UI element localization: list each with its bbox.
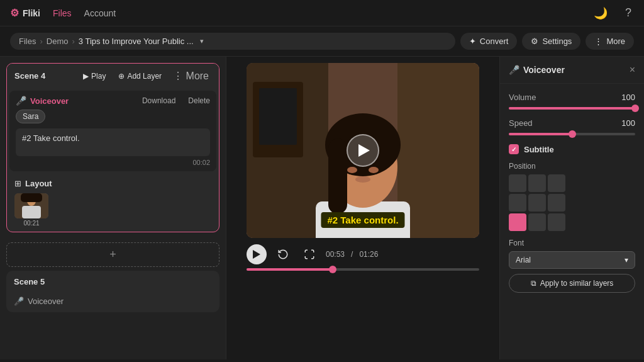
right-panel-title-row: 🎤 Voiceover — [509, 65, 630, 75]
font-selector[interactable]: Arial ▾ — [509, 251, 635, 269]
svg-marker-18 — [253, 250, 260, 259]
scene5-card: Scene 5 🎤 Voiceover — [6, 271, 219, 312]
close-panel-button[interactable]: × — [630, 64, 635, 76]
video-wrapper: #2 Take control. — [247, 63, 479, 238]
more-label: More — [606, 37, 625, 46]
voiceover-header: 🎤 Voiceover Download Delete — [16, 96, 210, 106]
center-panel: #2 Take control. 00:53 / 0 — [226, 57, 499, 359]
microphone-icon: 🎤 — [16, 96, 26, 106]
svg-point-16 — [369, 167, 379, 173]
nav-files[interactable]: Files — [53, 8, 72, 18]
add-layer-button[interactable]: ⊕ Add Layer — [114, 70, 165, 82]
more-button[interactable]: ⋮ More — [586, 33, 634, 50]
speed-thumb[interactable] — [569, 130, 576, 138]
app-logo: ⚙ Fliki — [10, 7, 40, 19]
speed-track[interactable] — [509, 133, 635, 135]
position-cell-5[interactable] — [528, 194, 546, 212]
total-time: 01:26 — [359, 250, 378, 259]
play-triangle-icon — [358, 144, 370, 157]
fullscreen-icon — [304, 249, 315, 260]
font-dropdown-icon: ▾ — [625, 256, 628, 264]
layout-grid-icon: ⊞ — [14, 179, 21, 188]
breadcrumb-bar: Files › Demo › 3 Tips to Improve Your Pu… — [0, 26, 644, 57]
speed-fill — [509, 133, 572, 135]
scene4-more-button[interactable]: ⋮ More — [170, 69, 211, 83]
left-panel: Scene 4 ▶ Play ⊕ Add Layer ⋮ More 🎤 — [0, 57, 226, 359]
scene5-header: Scene 5 — [6, 271, 219, 293]
voice-name-tag[interactable]: Sara — [16, 110, 45, 123]
svg-rect-3 — [22, 206, 41, 218]
current-time: 00:53 — [326, 250, 345, 259]
volume-value: 100 — [621, 93, 635, 102]
apply-similar-layers-button[interactable]: ⧉ Apply to similar layers — [509, 274, 635, 293]
position-cell-8[interactable] — [528, 213, 546, 231]
speed-slider[interactable] — [509, 133, 635, 135]
settings-label: Settings — [542, 37, 572, 46]
settings-icon: ⚙ — [531, 37, 538, 46]
font-name: Arial — [516, 256, 531, 264]
progress-bar-container[interactable] — [247, 268, 479, 271]
play-label: Play — [91, 72, 106, 81]
checkmark-icon: ✓ — [511, 146, 516, 153]
position-cell-2[interactable] — [528, 174, 546, 192]
svg-point-17 — [355, 176, 370, 183]
convert-button[interactable]: ✦ Convert — [460, 33, 518, 50]
position-cell-4[interactable] — [509, 194, 526, 212]
layout-section: ⊞ Layout — [7, 174, 219, 232]
add-scene-icon: + — [109, 248, 116, 261]
position-cell-1[interactable] — [509, 174, 526, 192]
volume-row: Volume 100 — [509, 93, 635, 102]
svg-point-15 — [347, 167, 357, 173]
dark-mode-icon[interactable]: 🌙 — [591, 4, 610, 23]
fullscreen-button[interactable] — [299, 244, 319, 264]
subtitle-label: Subtitle — [524, 145, 554, 154]
voiceover-section: 🎤 Voiceover Download Delete Sara #2 Take… — [9, 91, 216, 171]
scene-more-label: More — [186, 71, 209, 81]
play-control-icon — [253, 250, 260, 259]
panel-mic-icon: 🎤 — [509, 65, 519, 75]
add-scene-button[interactable]: + — [6, 242, 219, 267]
sep1: › — [40, 37, 42, 46]
convert-label: Convert — [480, 37, 509, 46]
delete-button[interactable]: Delete — [188, 96, 210, 105]
voiceover-text[interactable]: #2 Take control. — [16, 128, 210, 156]
position-cell-9[interactable] — [548, 213, 565, 231]
volume-track[interactable] — [509, 107, 635, 110]
position-cell-7[interactable] — [509, 213, 526, 231]
volume-thumb[interactable] — [631, 105, 639, 112]
breadcrumb-files[interactable]: Files — [19, 37, 36, 46]
nav-account[interactable]: Account — [84, 8, 116, 18]
help-icon[interactable]: ? — [623, 4, 634, 22]
download-button[interactable]: Download — [142, 96, 175, 105]
thumbnail-time: 00:21 — [14, 220, 48, 227]
voiceover-timestamp: 00:02 — [192, 159, 210, 166]
play-control-button[interactable] — [247, 244, 267, 264]
scene4-title: Scene 4 — [14, 71, 74, 81]
scene-more-icon: ⋮ — [173, 71, 183, 81]
settings-button[interactable]: ⚙ Settings — [522, 33, 580, 50]
speed-label: Speed — [509, 118, 533, 128]
play-icon: ▶ — [83, 72, 89, 81]
breadcrumb: Files › Demo › 3 Tips to Improve Your Pu… — [10, 33, 455, 50]
replay-button[interactable] — [273, 244, 293, 264]
position-cell-3[interactable] — [548, 174, 565, 192]
apply-label: Apply to similar layers — [540, 279, 614, 288]
scene4-play-button[interactable]: ▶ Play — [79, 70, 109, 82]
scene5-title: Scene 5 — [14, 277, 212, 286]
progress-thumb[interactable] — [329, 266, 336, 273]
svg-rect-14 — [328, 139, 347, 214]
layout-thumbnail[interactable] — [14, 193, 48, 218]
progress-track[interactable] — [247, 268, 479, 271]
font-label: Font — [509, 239, 635, 247]
position-grid — [509, 174, 635, 231]
subtitle-checkbox[interactable]: ✓ — [509, 144, 519, 154]
volume-slider[interactable] — [509, 107, 635, 110]
logo-icon: ⚙ — [10, 7, 19, 19]
breadcrumb-dropdown-icon[interactable]: ▾ — [200, 37, 204, 45]
video-subtitle: #2 Take control. — [321, 212, 404, 228]
video-play-button[interactable] — [347, 134, 379, 167]
time-separator: / — [351, 250, 353, 259]
add-layer-icon: ⊕ — [118, 72, 125, 81]
breadcrumb-demo[interactable]: Demo — [47, 37, 69, 46]
position-cell-6[interactable] — [548, 194, 565, 212]
